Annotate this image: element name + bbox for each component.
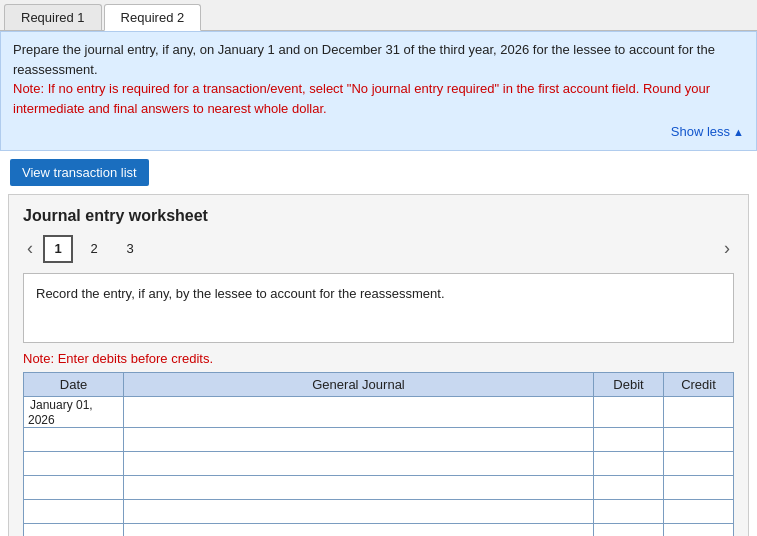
credit-cell-3[interactable] [664, 451, 734, 475]
credit-input-3[interactable] [668, 452, 729, 475]
col-header-general-journal: General Journal [124, 372, 594, 396]
credit-cell-6[interactable] [664, 523, 734, 536]
credit-cell-5[interactable] [664, 499, 734, 523]
debit-cell-4[interactable] [594, 475, 664, 499]
page-button-3[interactable]: 3 [115, 235, 145, 263]
date-input-3[interactable] [28, 452, 119, 475]
general-journal-cell-3[interactable] [124, 451, 594, 475]
debit-cell-6[interactable] [594, 523, 664, 536]
credit-input-6[interactable] [668, 524, 729, 537]
debit-cell-2[interactable] [594, 427, 664, 451]
date-cell-4[interactable] [24, 475, 124, 499]
tab-required-1[interactable]: Required 1 [4, 4, 102, 30]
credit-cell-2[interactable] [664, 427, 734, 451]
credit-input-2[interactable] [668, 428, 729, 451]
nav-prev-arrow[interactable]: ‹ [23, 236, 37, 261]
date-input-2[interactable] [28, 428, 119, 451]
table-row [24, 451, 734, 475]
table-row: January 01, 2026 [24, 396, 734, 427]
table-row [24, 475, 734, 499]
table-row [24, 499, 734, 523]
credit-input-1[interactable] [668, 397, 729, 427]
page-button-1[interactable]: 1 [43, 235, 73, 263]
tab-required-2[interactable]: Required 2 [104, 4, 202, 31]
info-main-text: Prepare the journal entry, if any, on Ja… [13, 40, 744, 79]
general-journal-cell-1[interactable] [124, 396, 594, 427]
info-note-text: Note: If no entry is required for a tran… [13, 79, 744, 118]
general-journal-cell-6[interactable] [124, 523, 594, 536]
date-input-5[interactable] [28, 500, 119, 523]
debit-cell-1[interactable] [594, 396, 664, 427]
general-journal-input-6[interactable] [128, 524, 589, 537]
debit-input-6[interactable] [598, 524, 659, 537]
debit-input-4[interactable] [598, 476, 659, 499]
worksheet-title: Journal entry worksheet [23, 207, 734, 225]
tabs-bar: Required 1 Required 2 [0, 0, 757, 31]
journal-table: Date General Journal Debit Credit Januar… [23, 372, 734, 537]
worksheet-container: Journal entry worksheet ‹ 1 2 3 › Record… [8, 194, 749, 537]
date-cell-1: January 01, 2026 [24, 396, 124, 427]
col-header-debit: Debit [594, 372, 664, 396]
date-input-6[interactable] [28, 524, 119, 537]
credit-input-4[interactable] [668, 476, 729, 499]
general-journal-input-2[interactable] [128, 428, 589, 451]
date-cell-5[interactable] [24, 499, 124, 523]
general-journal-input-5[interactable] [128, 500, 589, 523]
debit-input-5[interactable] [598, 500, 659, 523]
description-text: Record the entry, if any, by the lessee … [36, 286, 445, 301]
table-row [24, 523, 734, 536]
general-journal-input-4[interactable] [128, 476, 589, 499]
table-row [24, 427, 734, 451]
show-less-link[interactable]: Show less ▲ [13, 122, 744, 142]
page-button-2[interactable]: 2 [79, 235, 109, 263]
general-journal-input-1[interactable] [128, 397, 589, 427]
debit-input-1[interactable] [598, 397, 659, 427]
note-debits-text: Note: Enter debits before credits. [23, 351, 734, 366]
show-less-arrow-icon: ▲ [730, 126, 744, 138]
debit-cell-3[interactable] [594, 451, 664, 475]
date-cell-3[interactable] [24, 451, 124, 475]
general-journal-cell-4[interactable] [124, 475, 594, 499]
date-cell-6[interactable] [24, 523, 124, 536]
general-journal-input-3[interactable] [128, 452, 589, 475]
col-header-date: Date [24, 372, 124, 396]
credit-cell-1[interactable] [664, 396, 734, 427]
description-box: Record the entry, if any, by the lessee … [23, 273, 734, 343]
nav-next-arrow[interactable]: › [720, 236, 734, 261]
date-cell-2[interactable] [24, 427, 124, 451]
debit-cell-5[interactable] [594, 499, 664, 523]
general-journal-cell-2[interactable] [124, 427, 594, 451]
col-header-credit: Credit [664, 372, 734, 396]
general-journal-cell-5[interactable] [124, 499, 594, 523]
debit-input-3[interactable] [598, 452, 659, 475]
nav-row: ‹ 1 2 3 › [23, 235, 734, 263]
credit-cell-4[interactable] [664, 475, 734, 499]
info-box: Prepare the journal entry, if any, on Ja… [0, 31, 757, 151]
credit-input-5[interactable] [668, 500, 729, 523]
debit-input-2[interactable] [598, 428, 659, 451]
date-input-4[interactable] [28, 476, 119, 499]
view-transaction-button[interactable]: View transaction list [10, 159, 149, 186]
